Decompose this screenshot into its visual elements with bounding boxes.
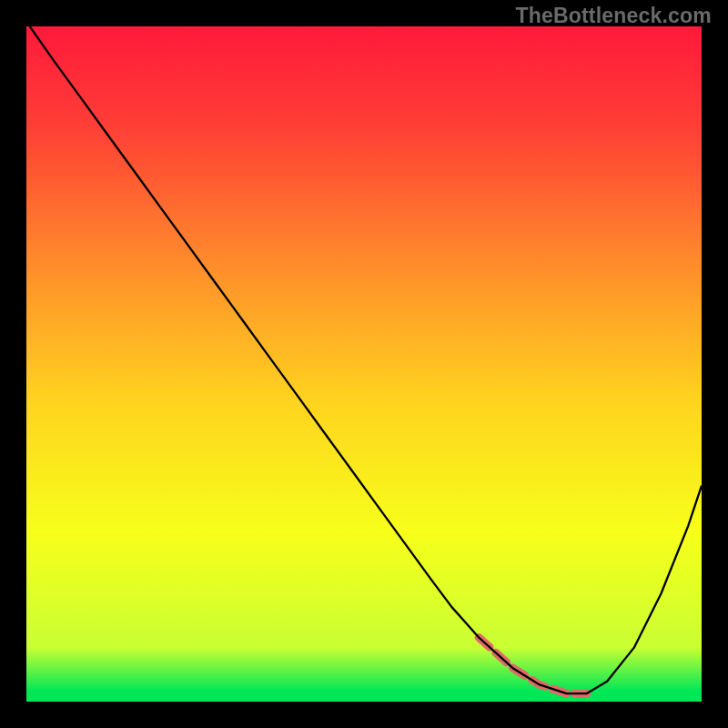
chart-frame: TheBottleneck.com [0,0,728,728]
watermark-text: TheBottleneck.com [515,4,712,28]
chart-svg [26,26,702,702]
chart-background [26,26,702,702]
chart-plot-area [26,26,702,702]
